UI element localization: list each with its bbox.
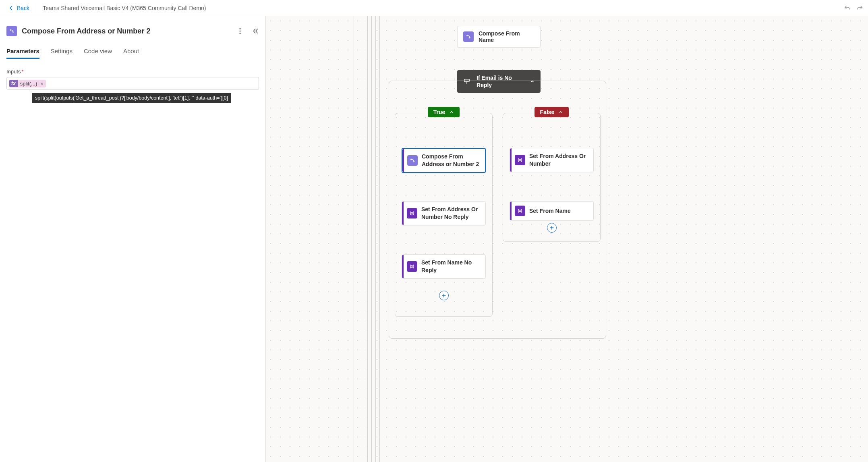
node-label: Compose From Address or Number 2 — [422, 153, 480, 168]
back-button[interactable]: Back — [5, 3, 36, 13]
svg-point-2 — [239, 33, 240, 34]
tabs: Parameters Settings Code view About — [6, 48, 259, 59]
variable-icon — [407, 208, 417, 219]
tab-about[interactable]: About — [123, 48, 139, 59]
node-set-from-name-noreply[interactable]: Set From Name No Reply — [402, 254, 486, 279]
compose-action-icon — [6, 26, 17, 36]
svg-point-0 — [239, 28, 240, 29]
guide-line — [367, 16, 368, 462]
svg-point-1 — [239, 30, 240, 31]
chevron-up-icon — [558, 110, 563, 114]
inputs-label: Inputs* — [6, 69, 259, 75]
tab-parameters[interactable]: Parameters — [6, 48, 39, 59]
token-text: split(...) — [18, 80, 40, 87]
guide-line — [354, 16, 354, 462]
add-action-button[interactable] — [547, 223, 557, 233]
false-label[interactable]: False — [534, 107, 569, 117]
flow-canvas[interactable]: Compose From Name If Email is No Reply T… — [266, 16, 868, 462]
guide-line — [379, 16, 380, 462]
true-branch: True Compose From Address or Number 2 Se… — [395, 113, 493, 317]
chevron-up-icon — [449, 110, 454, 114]
token-remove-icon[interactable]: × — [39, 81, 46, 87]
node-label: Set From Address Or Number — [529, 152, 588, 168]
variable-icon — [407, 261, 417, 272]
variable-icon — [515, 206, 525, 216]
tab-settings[interactable]: Settings — [51, 48, 73, 59]
add-action-button[interactable] — [439, 291, 449, 300]
topbar: Back Teams Shared Voicemail Basic V4 (M3… — [0, 0, 868, 16]
variable-icon — [515, 155, 525, 165]
more-icon[interactable] — [236, 27, 244, 35]
node-label: Set From Address Or Number No Reply — [421, 206, 481, 221]
tab-codeview[interactable]: Code view — [84, 48, 112, 59]
node-compose-from-name[interactable]: Compose From Name — [457, 26, 541, 48]
node-label: Set From Name — [529, 207, 571, 215]
expression-token[interactable]: fx split(...) × — [9, 80, 46, 87]
false-branch: False Set From Address Or Number Set Fro… — [503, 113, 601, 242]
true-label[interactable]: True — [428, 107, 460, 117]
properties-panel: Compose From Address or Number 2 Paramet… — [0, 16, 266, 462]
compose-action-icon — [407, 155, 418, 166]
undo-icon[interactable] — [844, 4, 851, 12]
arrow-left-icon — [8, 5, 15, 11]
compose-action-icon — [463, 31, 474, 42]
node-compose-from-address-2[interactable]: Compose From Address or Number 2 — [402, 148, 486, 173]
expression-tooltip: split(split(outputs('Get_a_thread_post')… — [32, 93, 231, 103]
back-label: Back — [17, 5, 29, 11]
collapse-panel-icon[interactable] — [252, 27, 259, 35]
node-set-from-address-noreply[interactable]: Set From Address Or Number No Reply — [402, 201, 486, 225]
redo-icon[interactable] — [856, 4, 863, 12]
node-set-from-address[interactable]: Set From Address Or Number — [510, 148, 594, 172]
node-set-from-name[interactable]: Set From Name — [510, 201, 594, 221]
flow-title: Teams Shared Voicemail Basic V4 (M365 Co… — [43, 5, 206, 11]
guide-line — [371, 16, 372, 462]
fx-badge: fx — [9, 80, 18, 87]
guide-line — [375, 16, 376, 462]
panel-title: Compose From Address or Number 2 — [22, 27, 150, 35]
node-label: Compose From Name — [479, 30, 534, 43]
inputs-field[interactable]: fx split(...) × split(split(outputs('Get… — [6, 77, 259, 90]
node-label: Set From Name No Reply — [421, 259, 481, 274]
